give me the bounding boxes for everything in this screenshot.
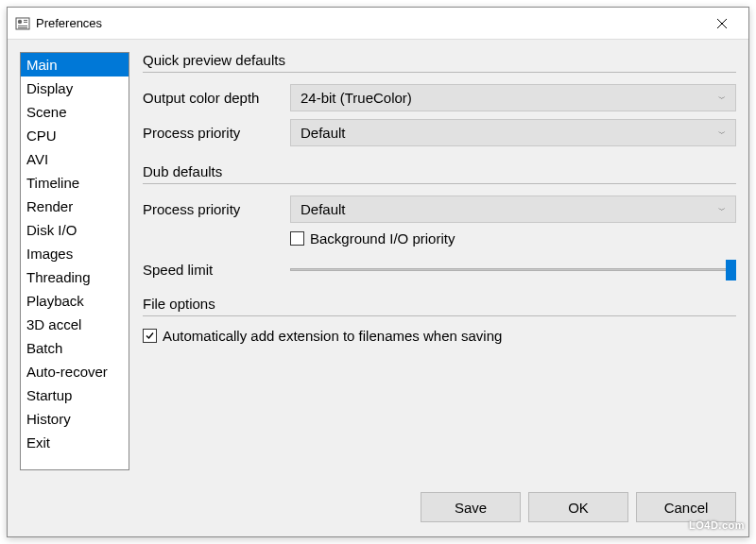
group-file-options: File options Automatically add extension… [143,296,736,344]
group-title: File options [143,296,736,312]
row-speed-limit: Speed limit [143,260,736,279]
sidebar-item-cpu[interactable]: CPU [21,124,129,147]
chevron-down-icon: ﹀ [718,128,726,138]
row-dub-priority: Process priority Default ﹀ [143,196,736,223]
sidebar-item-disk-i-o[interactable]: Disk I/O [21,218,129,242]
row-quick-priority: Process priority Default ﹀ [143,119,736,146]
svg-rect-3 [24,22,27,23]
group-title: Quick preview defaults [143,52,736,68]
divider [143,183,736,184]
checkbox-bg-io[interactable] [290,231,304,246]
sidebar-item-avi[interactable]: AVI [21,147,129,171]
label-priority: Process priority [143,201,290,217]
sidebar-item-batch[interactable]: Batch [21,336,129,360]
close-icon [717,19,727,28]
close-button[interactable] [703,9,741,38]
svg-rect-2 [24,20,27,21]
dropdown-dub-priority[interactable]: Default ﹀ [290,196,736,223]
sidebar-item-playback[interactable]: Playback [21,289,129,313]
sidebar-item-startup[interactable]: Startup [21,383,129,407]
sidebar-item-threading[interactable]: Threading [21,265,129,289]
sidebar-item-render[interactable]: Render [21,195,129,218]
label-bg-io: Background I/O priority [310,230,455,246]
cancel-button[interactable]: Cancel [636,492,736,522]
label-priority: Process priority [143,125,290,141]
preferences-window: Preferences MainDisplaySceneCPUAVITimeli… [7,7,749,537]
svg-rect-4 [18,26,27,26]
gear-icon [15,16,30,31]
group-quick-preview: Quick preview defaults Output color dept… [143,52,736,146]
ok-button[interactable]: OK [528,492,628,522]
sidebar-item-main[interactable]: Main [21,53,129,76]
label-speed-limit: Speed limit [143,262,290,278]
checkbox-auto-ext[interactable] [143,329,157,343]
sidebar-item-display[interactable]: Display [21,76,129,100]
slider-speed-limit[interactable] [290,260,736,279]
sidebar-item-scene[interactable]: Scene [21,100,129,124]
sidebar-item-history[interactable]: History [21,407,129,431]
dropdown-value: Default [301,125,346,141]
settings-panel: Quick preview defaults Output color dept… [143,52,736,524]
sidebar-item-timeline[interactable]: Timeline [21,171,129,195]
category-list[interactable]: MainDisplaySceneCPUAVITimelineRenderDisk… [20,52,129,470]
button-row: Save OK Cancel [421,492,736,522]
label-auto-ext: Automatically add extension to filenames… [163,328,502,344]
sidebar-item-3d-accel[interactable]: 3D accel [21,313,129,336]
sidebar-item-auto-recover[interactable]: Auto-recover [21,360,129,383]
group-dub: Dub defaults Process priority Default ﹀ … [143,163,736,279]
chevron-down-icon: ﹀ [718,204,726,214]
chevron-down-icon: ﹀ [718,93,726,103]
svg-point-1 [18,19,22,23]
row-color-depth: Output color depth 24-bit (TrueColor) ﹀ [143,84,736,111]
group-title: Dub defaults [143,163,736,179]
dropdown-quick-priority[interactable]: Default ﹀ [290,119,736,146]
save-button[interactable]: Save [421,492,521,522]
row-auto-ext: Automatically add extension to filenames… [143,328,736,344]
divider [143,72,736,73]
content-area: MainDisplaySceneCPUAVITimelineRenderDisk… [8,40,748,536]
divider [143,315,736,316]
dropdown-value: 24-bit (TrueColor) [301,90,412,106]
titlebar: Preferences [8,8,748,40]
svg-rect-5 [18,27,27,28]
sidebar-item-images[interactable]: Images [21,242,129,265]
slider-track [290,268,736,271]
dropdown-color-depth[interactable]: 24-bit (TrueColor) ﹀ [290,84,736,111]
row-bg-io: Background I/O priority [290,230,736,246]
label-color-depth: Output color depth [143,90,290,106]
slider-thumb[interactable] [726,260,736,280]
sidebar-item-exit[interactable]: Exit [21,431,129,454]
dropdown-value: Default [301,201,346,217]
window-title: Preferences [36,16,703,30]
